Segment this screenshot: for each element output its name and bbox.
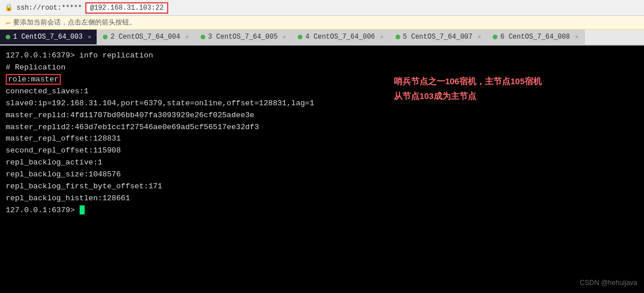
notif-icon: ↵ (6, 18, 10, 27)
tab-4[interactable]: 4 CentOS_7_64_006✕ (292, 30, 389, 44)
tab-dot (298, 35, 302, 39)
terminal-line-6: master_replid2:463d7eb1cc1f27546ae0e69ad… (6, 122, 638, 134)
tab-5[interactable]: 5 CentOS_7_64_007✕ (390, 30, 487, 44)
tab-label: 1 CentOS_7_64_003 (13, 33, 82, 41)
ssh-prefix: ssh://root:***** (16, 4, 82, 12)
tab-close-icon[interactable]: ✕ (380, 34, 384, 40)
tab-close-icon[interactable]: ✕ (88, 34, 91, 40)
tab-dot (201, 35, 205, 39)
tab-1[interactable]: 1 CentOS_7_64_003✕ (0, 30, 97, 44)
tab-close-icon[interactable]: ✕ (477, 34, 481, 40)
tab-bar: 1 CentOS_7_64_003✕2 CentOS_7_64_004✕3 Ce… (0, 30, 644, 46)
terminal-line-13: 127.0.0.1:6379> (6, 205, 638, 217)
tab-dot (396, 35, 400, 39)
terminal-line-11: repl_backlog_first_byte_offset:171 (6, 181, 638, 193)
annotation: 哨兵节点之一106宿机，主节点105宿机从节点103成为主节点 (394, 74, 542, 103)
lock-icon: 🔒 (5, 3, 13, 12)
tab-dot (6, 35, 10, 39)
terminal-line-1: # Replication (6, 62, 638, 74)
terminal-line-2: role:master (6, 74, 638, 86)
tab-3[interactable]: 3 CentOS_7_64_005✕ (195, 30, 292, 44)
terminal-line-8: second_repl_offset:115908 (6, 145, 638, 157)
top-bar: 🔒 ssh://root:***** @192.168.31.103:22 (0, 0, 644, 16)
tab-label: 5 CentOS_7_64_007 (403, 33, 472, 41)
tab-close-icon[interactable]: ✕ (575, 34, 579, 40)
notification-bar: ↵ 要添加当前会话，点击左侧的箭头按钮。 (0, 16, 644, 30)
terminal-line-5: master_replid:4fd11707bd06bb407fa3093929… (6, 110, 638, 122)
terminal-line-10: repl_backlog_size:1048576 (6, 169, 638, 181)
tab-label: 2 CentOS_7_64_004 (110, 33, 180, 41)
terminal-line-7: master_repl_offset:128831 (6, 133, 638, 145)
notif-text: 要添加当前会话，点击左侧的箭头按钮。 (13, 18, 136, 27)
terminal: 127.0.0.1:6379> info replication# Replic… (0, 46, 644, 293)
terminal-line-3: connected_slaves:1 (6, 86, 638, 98)
tab-label: 6 CentOS_7_64_008 (500, 33, 570, 41)
tab-6[interactable]: 6 CentOS_7_64_008✕ (487, 30, 584, 44)
ssh-address: @192.168.31.103:22 (85, 2, 168, 14)
terminal-line-0: 127.0.0.1:6379> info replication (6, 50, 638, 62)
tab-close-icon[interactable]: ✕ (282, 34, 286, 40)
tab-dot (103, 35, 107, 39)
terminal-line-4: slave0:ip=192.168.31.104,port=6379,state… (6, 98, 638, 110)
tab-close-icon[interactable]: ✕ (185, 34, 189, 40)
watermark: CSDN @hehuijava (580, 278, 637, 288)
tab-2[interactable]: 2 CentOS_7_64_004✕ (97, 30, 194, 44)
terminal-line-12: repl_backlog_histlen:128661 (6, 193, 638, 205)
terminal-cursor (80, 205, 85, 214)
terminal-line-9: repl_backlog_active:1 (6, 157, 638, 169)
tab-label: 3 CentOS_7_64_005 (208, 33, 277, 41)
tab-dot (493, 35, 497, 39)
tab-label: 4 CentOS_7_64_006 (305, 33, 375, 41)
